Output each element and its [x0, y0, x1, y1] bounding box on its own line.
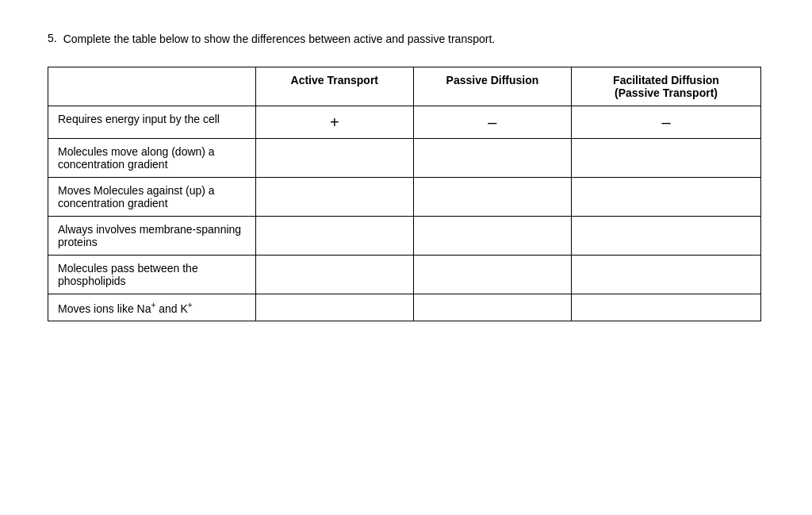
table-row: Molecules pass between the phospholipids — [48, 255, 761, 294]
table-container: Active Transport Passive Diffusion Facil… — [48, 67, 761, 322]
row-label-energy: Requires energy input by the cell — [48, 106, 256, 138]
comparison-table: Active Transport Passive Diffusion Facil… — [48, 67, 761, 322]
row-facilitated-phospholipids — [572, 255, 761, 294]
question-text: Complete the table below to show the dif… — [63, 32, 496, 48]
row-label-ions: Moves ions like Na+ and K+ — [48, 294, 256, 321]
table-row: Requires energy input by the cell + – – — [48, 106, 761, 138]
row-passive-along-gradient — [413, 138, 571, 177]
row-passive-phospholipids — [413, 255, 571, 294]
row-facilitated-ions — [572, 294, 761, 321]
table-row: Moves ions like Na+ and K+ — [48, 294, 761, 321]
row-label-against-gradient: Moves Molecules against (up) a concentra… — [48, 177, 256, 216]
question-number: 5. — [48, 32, 57, 48]
row-active-phospholipids — [255, 255, 413, 294]
row-active-ions — [255, 294, 413, 321]
row-facilitated-membrane-proteins — [572, 216, 761, 255]
header-label-col — [48, 67, 256, 106]
table-row: Always involves membrane-spanning protei… — [48, 216, 761, 255]
header-active-transport: Active Transport — [255, 67, 413, 106]
row-active-against-gradient — [255, 177, 413, 216]
row-passive-membrane-proteins — [413, 216, 571, 255]
row-active-along-gradient — [255, 138, 413, 177]
table-row: Molecules move along (down) a concentrat… — [48, 138, 761, 177]
table-row: Moves Molecules against (up) a concentra… — [48, 177, 761, 216]
row-label-along-gradient: Molecules move along (down) a concentrat… — [48, 138, 256, 177]
question-header: 5. Complete the table below to show the … — [48, 32, 603, 48]
row-passive-ions — [413, 294, 571, 321]
row-label-phospholipids: Molecules pass between the phospholipids — [48, 255, 256, 294]
row-passive-against-gradient — [413, 177, 571, 216]
row-facilitated-along-gradient — [572, 138, 761, 177]
header-passive-diffusion: Passive Diffusion — [413, 67, 571, 106]
row-passive-energy: – — [413, 106, 571, 138]
table-header-row: Active Transport Passive Diffusion Facil… — [48, 67, 761, 106]
header-facilitated-diffusion: Facilitated Diffusion (Passive Transport… — [572, 67, 761, 106]
row-active-membrane-proteins — [255, 216, 413, 255]
row-active-energy: + — [255, 106, 413, 138]
row-facilitated-against-gradient — [572, 177, 761, 216]
row-facilitated-energy: – — [572, 106, 761, 138]
row-label-membrane-proteins: Always involves membrane-spanning protei… — [48, 216, 256, 255]
